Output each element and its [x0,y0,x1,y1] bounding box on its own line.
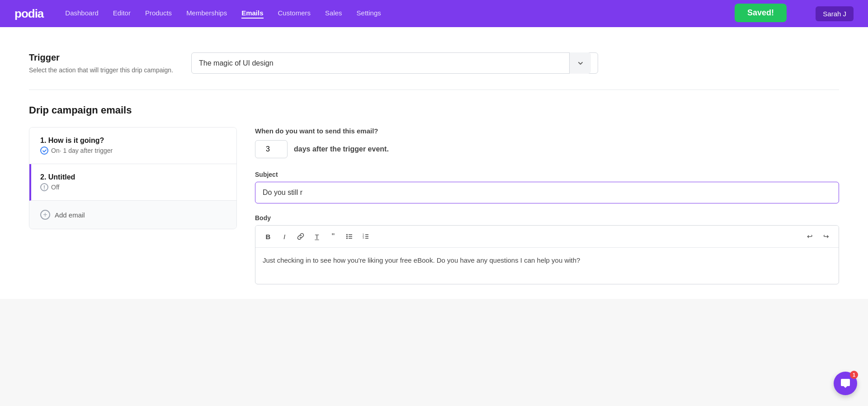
bold-button[interactable]: B [261,229,275,244]
underline-button[interactable]: T [310,229,324,244]
email-1-status: On· 1 day after trigger [40,146,226,155]
trigger-right: The magic of UI design [191,52,839,74]
subject-label: Subject [255,171,839,178]
saved-badge: Saved! [735,4,787,22]
trigger-select[interactable]: The magic of UI design [191,52,598,74]
user-menu-button[interactable]: Sarah J [816,6,854,21]
svg-point-2 [346,238,348,239]
italic-button[interactable]: I [277,229,292,244]
trigger-title: Trigger [29,52,173,63]
svg-point-0 [346,234,348,236]
add-email-label: Add email [55,211,85,219]
body-label: Body [255,214,839,222]
nav-customers[interactable]: Customers [278,9,311,19]
nav-editor[interactable]: Editor [113,9,131,19]
numbered-list-button[interactable]: 1.2.3. [359,229,373,244]
nav-products[interactable]: Products [145,9,172,19]
days-after-label: days after the trigger event. [294,145,389,153]
email-1-status-text: On· 1 day after trigger [51,147,113,154]
drip-layout: 1. How is it going? On· 1 day after trig… [29,127,839,284]
toolbar-right: ↩ ↪ [802,229,833,244]
trigger-select-wrapper: The magic of UI design [191,52,598,74]
nav-settings[interactable]: Settings [357,9,381,19]
email-item-1[interactable]: 1. How is it going? On· 1 day after trig… [29,127,236,164]
body-editor: B I T " 1.2.3. [255,225,839,284]
email-1-title: 1. How is it going? [40,137,226,145]
plus-circle-icon: + [40,210,50,220]
add-email-button[interactable]: + Add email [29,201,236,229]
body-content[interactable]: Just checking in to see how you're likin… [255,248,839,284]
nav-sales[interactable]: Sales [325,9,342,19]
trigger-row: Trigger Select the action that will trig… [29,52,839,75]
nav-right: Sarah J [816,6,854,21]
nav-links: Dashboard Editor Products Memberships Em… [65,9,816,19]
days-row: days after the trigger event. [255,140,839,158]
days-input[interactable] [255,140,288,158]
undo-button[interactable]: ↩ [802,229,817,244]
nav-dashboard[interactable]: Dashboard [65,9,98,19]
drip-title: Drip campaign emails [29,104,839,116]
toolbar-left: B I T " 1.2.3. [261,229,373,244]
bullet-list-button[interactable] [342,229,357,244]
body-toolbar: B I T " 1.2.3. [255,226,839,248]
trigger-section: Trigger Select the action that will trig… [29,42,839,90]
link-button[interactable] [293,229,308,244]
check-circle-icon [40,146,48,155]
email-2-title: 2. Untitled [40,173,226,181]
nav-memberships[interactable]: Memberships [186,9,227,19]
navigation: podia Dashboard Editor Products Membersh… [0,0,868,27]
email-list: 1. How is it going? On· 1 day after trig… [29,127,237,229]
nav-emails[interactable]: Emails [241,9,263,19]
off-circle-icon: ! [40,183,48,191]
email-2-status-text: Off [51,184,59,191]
redo-button[interactable]: ↪ [819,229,833,244]
email-form: When do you want to send this email? day… [255,127,839,284]
email-2-status: ! Off [40,183,226,191]
subject-input[interactable] [255,182,839,203]
svg-point-1 [346,236,348,237]
logo: podia [14,7,43,21]
email-item-2[interactable]: 2. Untitled ! Off [29,164,236,201]
drip-section: Drip campaign emails 1. How is it going?… [29,90,839,284]
trigger-description: Select the action that will trigger this… [29,66,173,75]
when-question: When do you want to send this email? [255,127,839,135]
blockquote-button[interactable]: " [326,229,340,244]
main-content: Trigger Select the action that will trig… [0,27,868,299]
svg-text:3.: 3. [363,236,364,239]
trigger-left: Trigger Select the action that will trig… [29,52,173,75]
